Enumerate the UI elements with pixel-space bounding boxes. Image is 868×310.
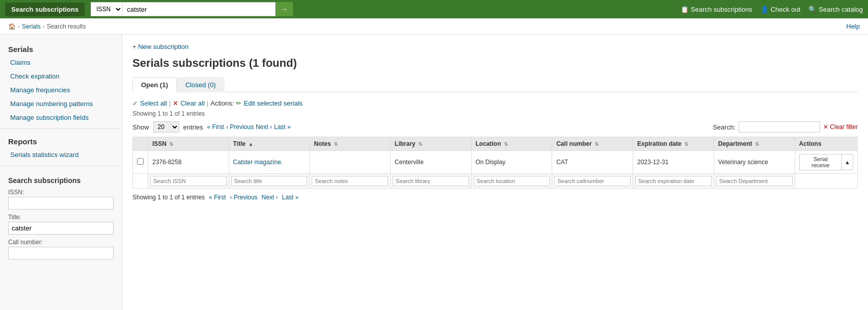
navbar-link-search-catalog[interactable]: 🔍 Search catalog bbox=[808, 6, 863, 13]
navbar: Search subscriptions ISSN → 📋 Search sub… bbox=[0, 0, 868, 18]
entries-label: entries bbox=[183, 123, 203, 131]
search-callnumber-input[interactable] bbox=[554, 176, 631, 186]
sidebar-issn-label: ISSN: bbox=[8, 189, 114, 196]
main-layout: Serials Claims Check expiration Manage f… bbox=[0, 35, 868, 310]
content-area: + New subscription Serials subscriptions… bbox=[122, 35, 868, 310]
sidebar-search-title: Search subscriptions bbox=[8, 176, 114, 185]
checkmark-icon: ✓ bbox=[132, 99, 138, 107]
search-location-cell bbox=[471, 174, 552, 189]
row-title-link[interactable]: Catster magazine. bbox=[233, 159, 283, 166]
edit-selected-link[interactable]: Edit selected serials bbox=[243, 99, 303, 107]
th-notes[interactable]: Notes ⇅ bbox=[310, 137, 391, 151]
search-notes-input[interactable] bbox=[312, 176, 388, 186]
tab-closed[interactable]: Closed (0) bbox=[177, 77, 225, 92]
search-expiration-cell bbox=[633, 174, 714, 189]
th-actions: Actions bbox=[795, 137, 857, 151]
bottom-next[interactable]: Next › bbox=[261, 194, 278, 201]
navbar-link-search-subscriptions[interactable]: 📋 Search subscriptions bbox=[681, 6, 752, 13]
table-header-row: ISSN ⇅ Title ▲ Notes ⇅ Library ⇅ bbox=[133, 137, 858, 151]
bottom-pagination: Showing 1 to 1 of 1 entries « First ‹ Pr… bbox=[132, 194, 858, 201]
filter-input[interactable] bbox=[739, 121, 820, 133]
search-library-input[interactable] bbox=[393, 176, 469, 186]
navbar-links: 📋 Search subscriptions 👤 Check out 🔍 Sea… bbox=[681, 6, 863, 13]
issn-sort-icon: ⇅ bbox=[169, 141, 173, 147]
navbar-brand[interactable]: Search subscriptions bbox=[5, 3, 85, 16]
previous-link[interactable]: ‹ Previous bbox=[226, 123, 254, 131]
th-department[interactable]: Department ⇅ bbox=[714, 137, 795, 151]
sidebar-search-section: Search subscriptions ISSN: Title: Call n… bbox=[0, 170, 122, 266]
th-checkbox bbox=[133, 137, 148, 151]
serial-receive-dropdown[interactable]: ▲ bbox=[842, 154, 853, 170]
breadcrumb-help[interactable]: Help bbox=[846, 22, 860, 30]
sidebar-item-claims[interactable]: Claims bbox=[0, 56, 122, 69]
search-title-input[interactable] bbox=[231, 176, 308, 186]
title-sort-icon: ▲ bbox=[248, 141, 253, 147]
search-library-cell bbox=[390, 174, 471, 189]
showing-text: Showing 1 to 1 of 1 entries bbox=[132, 110, 858, 117]
th-callnumber[interactable]: Call number ⇅ bbox=[552, 137, 633, 151]
navbar-search-input[interactable] bbox=[123, 2, 276, 16]
th-issn[interactable]: ISSN ⇅ bbox=[148, 137, 229, 151]
breadcrumb: 🏠 › Serials › Search results Help bbox=[0, 18, 868, 35]
row-checkbox[interactable] bbox=[137, 158, 144, 165]
navbar-link-checkout[interactable]: 👤 Check out bbox=[761, 6, 801, 13]
row-action-btn-group: Serial receive ▲ bbox=[799, 154, 853, 170]
breadcrumb-serials[interactable]: Serials bbox=[22, 23, 41, 30]
row-callnumber: CAT bbox=[552, 151, 633, 174]
sidebar-callnumber-input[interactable] bbox=[8, 247, 114, 260]
search-issn-cell bbox=[148, 174, 229, 189]
sidebar: Serials Claims Check expiration Manage f… bbox=[0, 35, 122, 310]
row-checkbox-cell bbox=[133, 151, 148, 174]
row-issn: 2376-8258 bbox=[148, 151, 229, 174]
select-all-link[interactable]: Select all bbox=[140, 99, 167, 107]
clear-all-link[interactable]: Clear all bbox=[180, 99, 205, 107]
search-callnumber-cell bbox=[552, 174, 633, 189]
pagination-top: « First ‹ Previous Next › Last » bbox=[207, 123, 291, 131]
row-title: Catster magazine. bbox=[229, 151, 310, 174]
search-checkbox-cell bbox=[133, 174, 148, 189]
navbar-search-type[interactable]: ISSN bbox=[91, 2, 123, 16]
expiration-sort-icon: ⇅ bbox=[684, 141, 688, 147]
bottom-showing: Showing 1 to 1 of 1 entries bbox=[132, 194, 205, 201]
sidebar-item-manage-frequencies[interactable]: Manage frequencies bbox=[0, 83, 122, 97]
sidebar-item-manage-subscription-fields[interactable]: Manage subscription fields bbox=[0, 111, 122, 124]
sidebar-item-check-expiration[interactable]: Check expiration bbox=[0, 69, 122, 83]
page-title: Serials subscriptions (1 found) bbox=[132, 57, 858, 70]
th-library[interactable]: Library ⇅ bbox=[390, 137, 471, 151]
bottom-last[interactable]: Last » bbox=[282, 194, 299, 201]
search-issn-input[interactable] bbox=[150, 176, 227, 186]
sidebar-item-serials-stats[interactable]: Serials statistics wizard bbox=[0, 148, 122, 162]
th-expiration[interactable]: Expiration date ⇅ bbox=[633, 137, 714, 151]
row-actions-cell: Serial receive ▲ bbox=[795, 151, 857, 174]
sidebar-title-input[interactable] bbox=[8, 222, 114, 235]
table-controls: Show 201050100 entries « First ‹ Previou… bbox=[132, 121, 858, 133]
search-location-input[interactable] bbox=[474, 176, 550, 186]
breadcrumb-home[interactable]: 🏠 bbox=[8, 23, 16, 30]
tabs-container: Open (1) Closed (0) bbox=[132, 77, 858, 92]
bottom-first[interactable]: « First bbox=[209, 194, 226, 201]
navbar-search-button[interactable]: → bbox=[276, 2, 293, 16]
show-entries-select[interactable]: 201050100 bbox=[153, 121, 179, 133]
sidebar-title-label: Title: bbox=[8, 214, 114, 221]
subscriptions-table: ISSN ⇅ Title ▲ Notes ⇅ Library ⇅ bbox=[132, 137, 858, 189]
new-subscription-button[interactable]: + New subscription bbox=[132, 43, 188, 50]
search-department-input[interactable] bbox=[716, 176, 793, 186]
last-link[interactable]: Last » bbox=[274, 123, 291, 131]
show-label: Show bbox=[132, 123, 149, 131]
user-icon: 👤 bbox=[761, 6, 769, 13]
clear-filter-button[interactable]: ✕ Clear filter bbox=[823, 123, 858, 131]
department-sort-icon: ⇅ bbox=[755, 141, 759, 147]
serial-receive-button[interactable]: Serial receive bbox=[799, 154, 843, 170]
sidebar-serials-title: Serials bbox=[0, 41, 122, 56]
next-link[interactable]: Next › bbox=[256, 123, 272, 131]
bottom-previous[interactable]: ‹ Previous bbox=[230, 194, 257, 201]
tab-open[interactable]: Open (1) bbox=[132, 77, 177, 92]
search-department-cell bbox=[714, 174, 795, 189]
search-expiration-input[interactable] bbox=[635, 176, 712, 186]
sidebar-issn-input[interactable] bbox=[8, 197, 114, 210]
first-link[interactable]: « First bbox=[207, 123, 224, 131]
clipboard-icon: 📋 bbox=[681, 6, 689, 13]
th-location[interactable]: Location ⇅ bbox=[471, 137, 552, 151]
sidebar-item-manage-numbering[interactable]: Manage numbering patterns bbox=[0, 97, 122, 111]
th-title[interactable]: Title ▲ bbox=[229, 137, 310, 151]
